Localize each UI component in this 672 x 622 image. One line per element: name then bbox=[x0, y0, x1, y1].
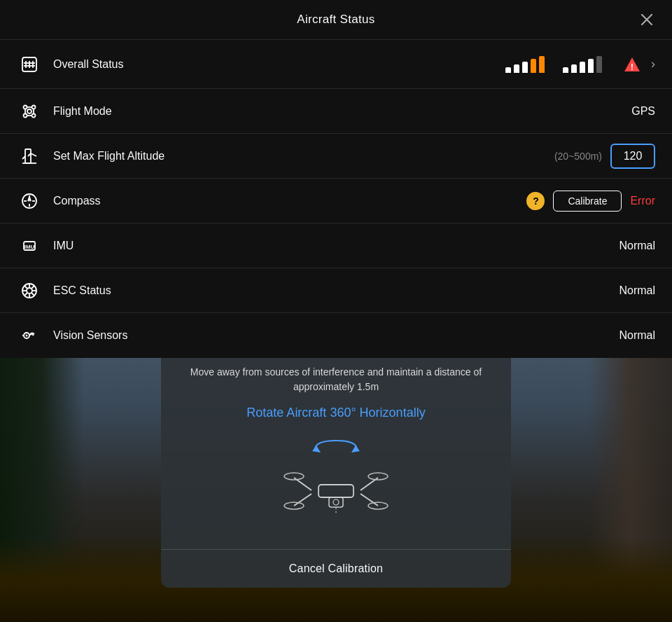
svg-point-52 bbox=[368, 473, 388, 480]
vision-icon bbox=[17, 323, 42, 348]
cancel-calibration-button[interactable]: Cancel Calibration bbox=[161, 550, 511, 588]
max-altitude-row: Set Max Flight Altitude (20~500m) bbox=[0, 134, 672, 179]
svg-marker-46 bbox=[312, 445, 321, 452]
svg-rect-56 bbox=[329, 497, 343, 507]
overall-status-row: Overall Status ! › bbox=[0, 40, 672, 89]
svg-rect-55 bbox=[318, 485, 354, 497]
svg-point-12 bbox=[24, 113, 27, 117]
esc-icon bbox=[17, 278, 42, 303]
vision-label: Vision Sensors bbox=[53, 329, 619, 342]
compass-label: Compass bbox=[53, 195, 526, 207]
svg-line-38 bbox=[24, 286, 27, 289]
esc-value: Normal bbox=[619, 284, 655, 297]
svg-text:IMU: IMU bbox=[24, 244, 35, 250]
overall-status-label: Overall Status bbox=[53, 58, 505, 71]
svg-text:!: ! bbox=[631, 62, 634, 72]
svg-point-57 bbox=[333, 499, 339, 505]
esc-label: ESC Status bbox=[53, 284, 619, 297]
calibrate-button[interactable]: Calibrate bbox=[553, 191, 622, 212]
svg-point-11 bbox=[32, 105, 36, 109]
svg-line-39 bbox=[31, 293, 34, 296]
flight-mode-row: Flight Mode GPS bbox=[0, 89, 672, 134]
imu-value: Normal bbox=[619, 240, 655, 252]
close-button[interactable] bbox=[636, 8, 658, 31]
svg-point-13 bbox=[32, 113, 36, 117]
aircraft-status-panel: Aircraft Status Overall Status bbox=[0, 0, 672, 358]
chevron-right-icon[interactable]: › bbox=[651, 57, 655, 71]
max-altitude-label: Set Max Flight Altitude bbox=[53, 150, 554, 163]
svg-line-40 bbox=[31, 286, 34, 289]
svg-point-43 bbox=[26, 335, 28, 337]
bar-4 bbox=[531, 59, 536, 73]
altitude-icon bbox=[17, 144, 42, 169]
help-icon[interactable]: ? bbox=[526, 192, 545, 210]
bar2-1 bbox=[563, 67, 568, 73]
bar-1 bbox=[505, 67, 511, 73]
svg-point-33 bbox=[27, 288, 32, 293]
signal-bars-2 bbox=[563, 56, 602, 73]
bar2-4 bbox=[588, 59, 594, 73]
imu-row: IMU IMU Normal bbox=[0, 223, 672, 268]
svg-point-10 bbox=[24, 105, 27, 109]
bar-2 bbox=[514, 64, 519, 73]
dialog-action: Rotate Aircraft 360° Horizontally bbox=[189, 406, 483, 420]
compass-status: Error bbox=[630, 195, 655, 207]
rotation-arrows bbox=[308, 437, 364, 462]
vision-row: Vision Sensors Normal bbox=[0, 313, 672, 358]
flight-mode-value: GPS bbox=[631, 105, 655, 118]
signal-bars bbox=[505, 56, 545, 73]
svg-line-41 bbox=[24, 293, 27, 296]
warning-icon: ! bbox=[623, 55, 641, 74]
svg-line-23 bbox=[31, 153, 36, 156]
svg-marker-29 bbox=[28, 197, 31, 201]
svg-point-51 bbox=[284, 473, 304, 480]
calibration-dialog: Move away from sources of interference a… bbox=[161, 343, 511, 588]
panel-header: Aircraft Status bbox=[0, 0, 672, 40]
bar-3 bbox=[522, 62, 528, 73]
imu-label: IMU bbox=[53, 240, 619, 252]
dialog-instruction: Move away from sources of interference a… bbox=[189, 365, 483, 394]
compass-icon bbox=[17, 188, 42, 214]
dialog-content: Move away from sources of interference a… bbox=[161, 343, 511, 544]
drone-illustration bbox=[280, 462, 392, 518]
esc-row: ESC Status Normal bbox=[0, 268, 672, 313]
altitude-input[interactable] bbox=[610, 144, 655, 169]
aircraft-icon bbox=[17, 52, 42, 77]
panel-title: Aircraft Status bbox=[297, 13, 374, 27]
overall-status-indicators: ! › bbox=[505, 40, 655, 89]
bar-5 bbox=[539, 56, 545, 73]
svg-marker-45 bbox=[351, 445, 360, 452]
compass-row: Compass ? Calibrate Error bbox=[0, 179, 672, 223]
bar2-3 bbox=[580, 62, 585, 73]
vision-value: Normal bbox=[619, 329, 655, 342]
bar2-2 bbox=[571, 64, 577, 73]
flight-mode-label: Flight Mode bbox=[53, 105, 631, 118]
drone-animation bbox=[189, 437, 483, 518]
flight-mode-icon bbox=[17, 99, 42, 124]
svg-point-18 bbox=[27, 109, 31, 113]
altitude-range: (20~500m) bbox=[554, 151, 602, 162]
bar2-5 bbox=[596, 56, 602, 73]
imu-icon: IMU bbox=[17, 233, 42, 258]
